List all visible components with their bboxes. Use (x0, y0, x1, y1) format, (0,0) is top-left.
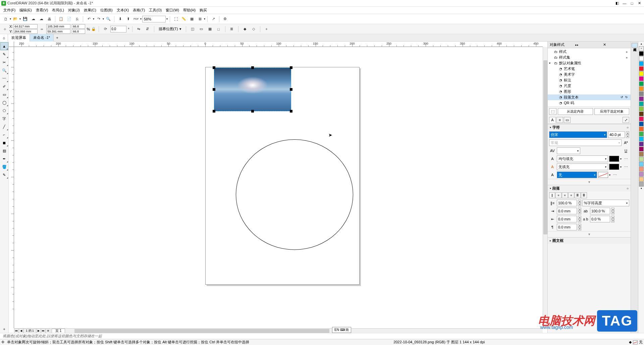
color-swatch[interactable] (639, 101, 644, 106)
add-preset-icon[interactable]: ＋ (263, 25, 270, 33)
bg-color-swatch[interactable] (609, 164, 619, 170)
align-force[interactable]: ≣ (581, 192, 587, 198)
rotation-input[interactable] (110, 26, 126, 32)
print-button[interactable]: 🖶 (46, 15, 53, 23)
x-input[interactable] (13, 24, 38, 29)
artistic-media-tool[interactable]: ✐ (0, 82, 8, 90)
zoom-tool[interactable]: 🔍 (0, 66, 8, 74)
color-swatch[interactable] (639, 86, 644, 91)
menu-layout[interactable]: 布局(L) (50, 7, 66, 13)
menu-object[interactable]: 对象(J) (66, 7, 82, 13)
color-swatch[interactable] (639, 167, 644, 171)
tree-styles[interactable]: 🗀样式＋ (548, 49, 631, 55)
edit-bitmap-icon[interactable]: □ (215, 25, 222, 33)
zoom-input[interactable] (142, 16, 166, 22)
home-tab-icon[interactable]: ⌂ (0, 34, 8, 42)
eyedropper-tool[interactable]: ✒ (0, 155, 8, 163)
crop-icon[interactable]: ◫ (189, 25, 196, 33)
page-prev-icon[interactable]: ◀ (19, 329, 23, 333)
menu-file[interactable]: 文件(F) (1, 7, 17, 13)
menu-table[interactable]: 表格(T) (131, 7, 147, 13)
y-input[interactable] (13, 29, 38, 34)
trace-bitmap-button[interactable]: 描摹位图(T)▾ (157, 25, 183, 32)
handle-mid-left[interactable] (213, 88, 215, 91)
fullscreen-icon[interactable]: ⛶ (172, 15, 179, 23)
help-icon[interactable]: ◧ (614, 1, 621, 6)
font-combo[interactable]: 仿宋▾ (549, 131, 607, 138)
crop-tool[interactable]: ✂ (0, 58, 8, 66)
ellipse-tool[interactable]: ◯ (0, 98, 8, 107)
resample-icon[interactable]: ▭ (198, 25, 205, 33)
shape-tool[interactable]: ✎ (0, 50, 8, 58)
straighten-icon[interactable]: ▦ (206, 25, 214, 33)
handle-top-right[interactable] (290, 66, 292, 69)
font-style-combo[interactable]: 常规▾ (549, 139, 622, 146)
options-icon[interactable]: ⚙ (221, 15, 229, 23)
maximize-icon[interactable]: □ (629, 1, 635, 6)
outline-color-swatch[interactable] (598, 172, 608, 178)
page-add-icon[interactable]: ⊕ (46, 329, 50, 333)
fill-more-icon[interactable]: ⋯ (623, 155, 629, 162)
lock-ratio-button[interactable]: 🔒 (91, 24, 96, 34)
search-button[interactable]: 🔍 (105, 15, 112, 23)
align-right[interactable]: ≡ (568, 192, 574, 198)
color-swatch[interactable] (639, 172, 644, 177)
page-next-icon[interactable]: ▶ (36, 329, 41, 333)
polygon-tool[interactable]: ⬠ (0, 107, 8, 115)
tab-expand-icon[interactable]: ⤢ (623, 117, 629, 123)
docker-tab-styles[interactable]: 对象样式 (632, 43, 638, 48)
revert2-icon[interactable]: ↻ (625, 95, 629, 99)
tree-dimension[interactable]: ◔尺度 (548, 83, 631, 89)
wrap-text-icon[interactable]: ≣ (228, 25, 235, 33)
bg-more-icon[interactable]: ⋯ (623, 163, 629, 170)
color-swatch[interactable] (639, 96, 644, 101)
char-expand-icon[interactable]: ▾ (548, 179, 631, 185)
save-button[interactable]: 💾 (21, 15, 29, 23)
snap-button[interactable]: ⊞▾ (196, 15, 205, 23)
from-selection-button[interactable]: 从选定内容 (558, 108, 593, 115)
ruler-vertical[interactable] (9, 47, 14, 328)
scrollbar-vertical[interactable] (543, 47, 547, 328)
kerning-combo[interactable]: ▾ (557, 147, 580, 154)
color-swatch[interactable] (639, 152, 644, 156)
docker-close-icon[interactable]: ✕ (603, 43, 629, 47)
tab-add-icon[interactable]: ＋ (54, 34, 60, 42)
cloud-up-icon[interactable]: ☁ (30, 15, 37, 23)
char-options-icon[interactable]: ○ (627, 126, 629, 129)
font-size-input[interactable]: 40.0 pt (608, 131, 625, 138)
clipboard-button[interactable]: ⎘ (73, 15, 81, 23)
apply-selection-button[interactable]: 应用于选定对象 (594, 108, 630, 115)
color-swatch[interactable] (639, 132, 644, 136)
menu-help[interactable]: 帮助(H) (181, 7, 198, 13)
align-none[interactable]: ‖ (549, 192, 555, 198)
drop-shadow-tool[interactable]: ◼ (0, 139, 8, 147)
revert-icon[interactable]: ↺ (621, 95, 625, 99)
color-swatch[interactable] (639, 81, 644, 86)
palette-down-icon[interactable]: ▾ (639, 187, 644, 191)
color-swatch[interactable] (639, 66, 644, 71)
rulers-icon[interactable]: 📏 (180, 15, 187, 23)
add-styleset-icon[interactable]: ＋ (625, 56, 629, 60)
handle-bot-mid[interactable] (251, 110, 254, 113)
menu-window[interactable]: 窗口(W) (164, 7, 181, 13)
launch-icon[interactable]: ↗ (210, 15, 217, 23)
right-indent-input[interactable]: 0.0 mm (557, 216, 577, 222)
text-tool[interactable]: 字 (0, 115, 8, 123)
tab-char[interactable]: A (549, 117, 556, 123)
outline-tool[interactable]: ✎ (0, 171, 8, 179)
canvas[interactable]: 2502001501005005010015020025030035040045… (9, 42, 547, 333)
fill-color-swatch[interactable] (609, 156, 619, 162)
mirror-h-button[interactable]: ⇋ (135, 25, 143, 33)
transparency-tool[interactable]: ▨ (0, 147, 8, 155)
handle-top-left[interactable] (213, 66, 215, 69)
font-list-icon[interactable]: Aª (623, 139, 629, 146)
tab-para[interactable]: ≡ (556, 117, 563, 123)
tab-frame[interactable]: ▭ (564, 117, 571, 123)
color-swatch[interactable] (639, 61, 644, 66)
font-size-spinner[interactable]: ▴▾ (626, 131, 629, 138)
color-swatch[interactable] (639, 157, 644, 161)
menu-tools[interactable]: 工具(O) (147, 7, 164, 13)
open-button[interactable]: 📂▾ (12, 15, 21, 23)
line-height-unit[interactable]: %字符高度▾ (582, 200, 629, 206)
color-swatch[interactable] (639, 76, 644, 81)
